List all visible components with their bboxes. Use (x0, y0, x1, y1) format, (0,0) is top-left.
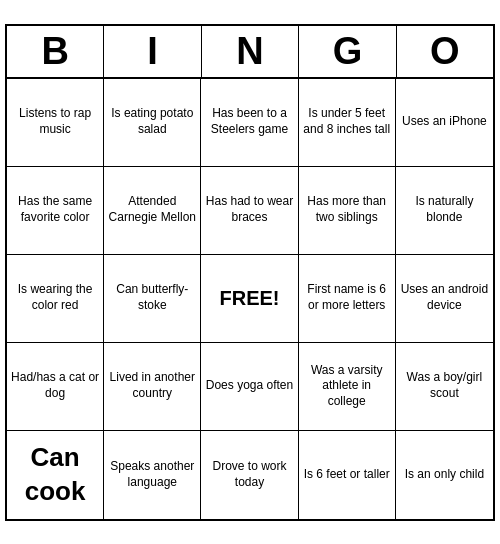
bingo-cell-22: Drove to work today (201, 431, 298, 519)
bingo-cell-14: Uses an android device (396, 255, 493, 343)
bingo-cell-19: Was a boy/girl scout (396, 343, 493, 431)
bingo-cell-4: Uses an iPhone (396, 79, 493, 167)
header-letter-i: I (104, 26, 201, 77)
bingo-cell-1: Is eating potato salad (104, 79, 201, 167)
bingo-cell-16: Lived in another country (104, 343, 201, 431)
bingo-cell-18: Was a varsity athlete in college (299, 343, 396, 431)
bingo-cell-0: Listens to rap music (7, 79, 104, 167)
header-letter-b: B (7, 26, 104, 77)
bingo-grid: Listens to rap musicIs eating potato sal… (7, 79, 493, 519)
free-space: FREE! (201, 255, 298, 343)
bingo-cell-21: Speaks another language (104, 431, 201, 519)
bingo-cell-5: Has the same favorite color (7, 167, 104, 255)
bingo-cell-15: Had/has a cat or dog (7, 343, 104, 431)
bingo-cell-7: Has had to wear braces (201, 167, 298, 255)
bingo-cell-20: Can cook (7, 431, 104, 519)
bingo-header: BINGO (7, 26, 493, 79)
bingo-cell-23: Is 6 feet or taller (299, 431, 396, 519)
bingo-cell-13: First name is 6 or more letters (299, 255, 396, 343)
bingo-cell-6: Attended Carnegie Mellon (104, 167, 201, 255)
bingo-card: BINGO Listens to rap musicIs eating pota… (5, 24, 495, 521)
bingo-cell-24: Is an only child (396, 431, 493, 519)
bingo-cell-10: Is wearing the color red (7, 255, 104, 343)
header-letter-g: G (299, 26, 396, 77)
bingo-cell-9: Is naturally blonde (396, 167, 493, 255)
bingo-cell-3: Is under 5 feet and 8 inches tall (299, 79, 396, 167)
header-letter-o: O (397, 26, 493, 77)
header-letter-n: N (202, 26, 299, 77)
bingo-cell-11: Can butterfly-stoke (104, 255, 201, 343)
bingo-cell-8: Has more than two siblings (299, 167, 396, 255)
bingo-cell-2: Has been to a Steelers game (201, 79, 298, 167)
bingo-cell-17: Does yoga often (201, 343, 298, 431)
